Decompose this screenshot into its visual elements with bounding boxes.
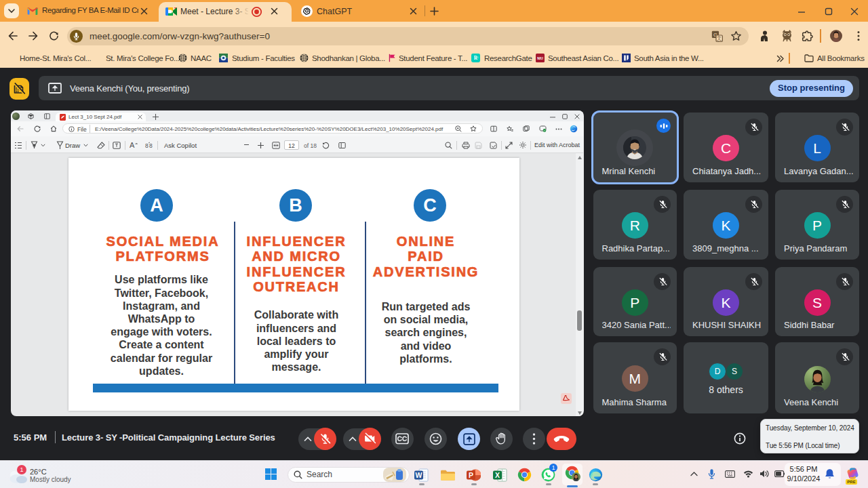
svg-text:X: X — [495, 471, 500, 479]
svg-text:8: 8 — [145, 142, 149, 149]
svg-text:P: P — [469, 471, 473, 479]
svg-text:文: 文 — [717, 35, 722, 41]
svg-text:NIU: NIU — [537, 57, 543, 60]
svg-text:8: 8 — [149, 142, 153, 149]
svg-text:W: W — [416, 471, 422, 479]
svg-text:A: A — [130, 141, 135, 149]
svg-text:G: G — [477, 56, 479, 59]
